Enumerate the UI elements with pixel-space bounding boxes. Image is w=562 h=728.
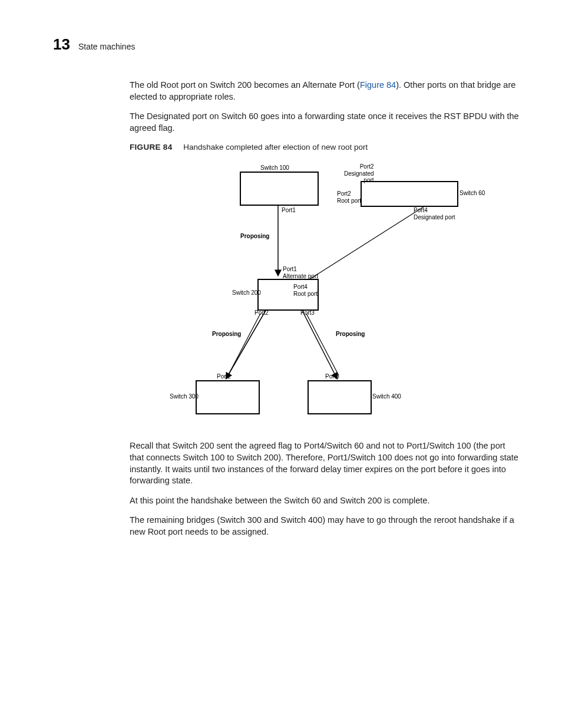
switch-400-label: Switch 400	[372, 393, 401, 400]
page: 13 State machines The old Root port on S…	[0, 0, 562, 728]
switch-60-label: Switch 60	[459, 190, 485, 197]
port2b-label: Port2	[217, 373, 231, 380]
body-text: The old Root port on Switch 200 becomes …	[130, 80, 521, 538]
svg-line-1	[309, 206, 425, 279]
section-title: State machines	[78, 42, 135, 51]
paragraph-1: The old Root port on Switch 200 becomes …	[130, 80, 521, 103]
figure-caption-line: FIGURE 84 Handshake completed after elec…	[130, 142, 521, 153]
svg-line-5	[306, 314, 339, 375]
switch-200-label: Switch 200	[232, 289, 261, 297]
switch-100-box	[240, 172, 319, 206]
port2-designated-label: Port2Designatedport	[344, 163, 374, 184]
port1-label: Port1	[282, 207, 296, 214]
figure-link[interactable]: Figure 84	[360, 80, 396, 90]
paragraph-2: The Designated port on Switch 60 goes in…	[130, 111, 521, 134]
port3b-label: Port3	[325, 373, 339, 380]
switch-300-label: Switch 300	[170, 393, 199, 400]
switch-100-label: Switch 100	[260, 164, 289, 172]
switch-400-box	[308, 380, 372, 414]
switch-60-box	[361, 181, 458, 207]
port4-root-label: Port4Root port	[293, 284, 318, 297]
paragraph-4: At this point the handshake between the …	[130, 495, 521, 507]
diagram: Switch 100 Switch 60 Switch 200 Switch 3…	[166, 157, 484, 423]
proposing-2-label: Proposing	[212, 331, 241, 338]
port3-label: Port3	[300, 309, 315, 317]
port4-designated-label: Port4Designated port	[414, 207, 455, 220]
svg-line-4	[302, 309, 337, 378]
switch-300-box	[196, 380, 260, 414]
port2-root-label: Port2Root port	[337, 190, 361, 204]
text: The old Root port on Switch 200 becomes …	[130, 80, 360, 90]
proposing-3-label: Proposing	[336, 331, 365, 338]
proposing-1-label: Proposing	[240, 233, 269, 240]
port2-label: Port2	[254, 309, 269, 317]
svg-line-3	[228, 314, 260, 375]
paragraph-5: The remaining bridges (Switch 300 and Sw…	[130, 515, 521, 538]
chapter-number: 13	[53, 35, 70, 54]
figure-caption: Handshake completed after election of ne…	[183, 143, 368, 151]
figure-label: FIGURE 84	[130, 143, 172, 151]
port1-alternate-label: Port1Alternate port	[283, 266, 318, 279]
paragraph-3: Recall that Switch 200 sent the agreed f…	[130, 440, 521, 486]
page-header: 13 State machines	[53, 35, 521, 54]
